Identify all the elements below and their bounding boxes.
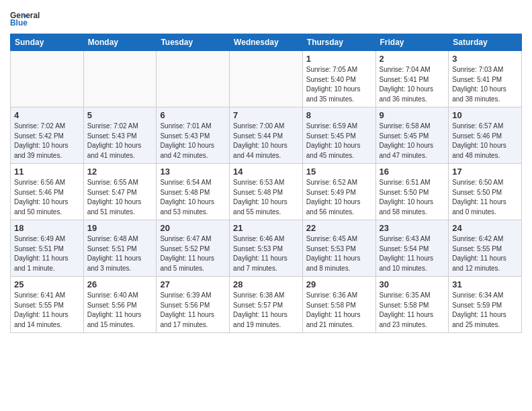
calendar-cell: 28Sunrise: 6:38 AM Sunset: 5:57 PM Dayli… xyxy=(230,277,303,333)
calendar-cell: 11Sunrise: 6:56 AM Sunset: 5:46 PM Dayli… xyxy=(11,164,84,220)
day-number: 23 xyxy=(380,223,445,233)
col-header-tuesday: Tuesday xyxy=(157,34,230,51)
calendar-cell xyxy=(230,51,303,107)
calendar-cell: 30Sunrise: 6:35 AM Sunset: 5:58 PM Dayli… xyxy=(375,277,449,333)
calendar-cell: 2Sunrise: 7:04 AM Sunset: 5:41 PM Daylig… xyxy=(375,51,449,107)
calendar-cell: 6Sunrise: 7:01 AM Sunset: 5:43 PM Daylig… xyxy=(157,107,230,164)
calendar-cell: 29Sunrise: 6:36 AM Sunset: 5:58 PM Dayli… xyxy=(302,277,375,333)
calendar-cell: 9Sunrise: 6:58 AM Sunset: 5:45 PM Daylig… xyxy=(375,107,449,164)
day-info: Sunrise: 6:41 AM Sunset: 5:55 PM Dayligh… xyxy=(14,291,80,330)
day-info: Sunrise: 6:57 AM Sunset: 5:46 PM Dayligh… xyxy=(452,122,518,161)
calendar-week-row: 1Sunrise: 7:05 AM Sunset: 5:40 PM Daylig… xyxy=(11,51,522,107)
calendar-cell: 25Sunrise: 6:41 AM Sunset: 5:55 PM Dayli… xyxy=(11,277,84,333)
calendar-cell: 27Sunrise: 6:39 AM Sunset: 5:56 PM Dayli… xyxy=(157,277,230,333)
calendar-cell: 8Sunrise: 6:59 AM Sunset: 5:45 PM Daylig… xyxy=(302,107,375,164)
day-info: Sunrise: 7:05 AM Sunset: 5:40 PM Dayligh… xyxy=(306,65,372,104)
day-info: Sunrise: 6:36 AM Sunset: 5:58 PM Dayligh… xyxy=(306,291,372,330)
day-info: Sunrise: 6:59 AM Sunset: 5:45 PM Dayligh… xyxy=(306,122,372,161)
day-number: 8 xyxy=(306,110,372,120)
day-info: Sunrise: 7:00 AM Sunset: 5:44 PM Dayligh… xyxy=(233,122,299,161)
calendar-cell: 7Sunrise: 7:00 AM Sunset: 5:44 PM Daylig… xyxy=(230,107,303,164)
col-header-sunday: Sunday xyxy=(11,34,84,51)
calendar-cell: 4Sunrise: 7:02 AM Sunset: 5:42 PM Daylig… xyxy=(11,107,84,164)
day-info: Sunrise: 6:38 AM Sunset: 5:57 PM Dayligh… xyxy=(233,291,299,330)
logo-icon: General Blue xyxy=(10,7,47,28)
calendar-week-row: 11Sunrise: 6:56 AM Sunset: 5:46 PM Dayli… xyxy=(11,164,522,220)
day-number: 15 xyxy=(306,167,372,177)
calendar-cell: 16Sunrise: 6:51 AM Sunset: 5:50 PM Dayli… xyxy=(375,164,449,220)
calendar-cell: 20Sunrise: 6:47 AM Sunset: 5:52 PM Dayli… xyxy=(157,220,230,277)
day-info: Sunrise: 7:02 AM Sunset: 5:42 PM Dayligh… xyxy=(14,122,80,161)
day-info: Sunrise: 6:43 AM Sunset: 5:54 PM Dayligh… xyxy=(380,234,445,273)
calendar-cell: 3Sunrise: 7:03 AM Sunset: 5:41 PM Daylig… xyxy=(449,51,522,107)
col-header-wednesday: Wednesday xyxy=(230,34,303,51)
day-info: Sunrise: 6:49 AM Sunset: 5:51 PM Dayligh… xyxy=(14,234,80,273)
day-info: Sunrise: 7:01 AM Sunset: 5:43 PM Dayligh… xyxy=(160,122,226,161)
day-info: Sunrise: 6:42 AM Sunset: 5:55 PM Dayligh… xyxy=(452,234,518,273)
col-header-thursday: Thursday xyxy=(302,34,375,51)
calendar-table: SundayMondayTuesdayWednesdayThursdayFrid… xyxy=(10,34,522,333)
day-number: 5 xyxy=(87,110,153,120)
calendar-week-row: 25Sunrise: 6:41 AM Sunset: 5:55 PM Dayli… xyxy=(11,277,522,333)
day-number: 29 xyxy=(306,279,372,289)
day-info: Sunrise: 6:54 AM Sunset: 5:48 PM Dayligh… xyxy=(160,178,226,217)
day-info: Sunrise: 6:51 AM Sunset: 5:50 PM Dayligh… xyxy=(380,178,445,217)
day-number: 14 xyxy=(233,167,299,177)
day-info: Sunrise: 6:55 AM Sunset: 5:47 PM Dayligh… xyxy=(87,178,153,217)
day-info: Sunrise: 7:04 AM Sunset: 5:41 PM Dayligh… xyxy=(380,65,445,104)
calendar-cell: 21Sunrise: 6:46 AM Sunset: 5:53 PM Dayli… xyxy=(230,220,303,277)
logo: General Blue xyxy=(10,7,47,28)
col-header-friday: Friday xyxy=(375,34,449,51)
day-number: 13 xyxy=(160,167,226,177)
day-number: 30 xyxy=(380,279,445,289)
calendar-cell: 17Sunrise: 6:50 AM Sunset: 5:50 PM Dayli… xyxy=(449,164,522,220)
day-number: 11 xyxy=(14,167,80,177)
day-info: Sunrise: 6:39 AM Sunset: 5:56 PM Dayligh… xyxy=(160,291,226,330)
calendar-cell: 23Sunrise: 6:43 AM Sunset: 5:54 PM Dayli… xyxy=(375,220,449,277)
page-header: General Blue xyxy=(10,7,522,28)
day-number: 19 xyxy=(87,223,153,233)
day-number: 18 xyxy=(14,223,80,233)
day-info: Sunrise: 6:40 AM Sunset: 5:56 PM Dayligh… xyxy=(87,291,153,330)
day-info: Sunrise: 6:53 AM Sunset: 5:48 PM Dayligh… xyxy=(233,178,299,217)
calendar-week-row: 18Sunrise: 6:49 AM Sunset: 5:51 PM Dayli… xyxy=(11,220,522,277)
calendar-cell: 12Sunrise: 6:55 AM Sunset: 5:47 PM Dayli… xyxy=(83,164,157,220)
calendar-cell xyxy=(11,51,84,107)
day-number: 24 xyxy=(452,223,518,233)
day-info: Sunrise: 6:50 AM Sunset: 5:50 PM Dayligh… xyxy=(452,178,518,217)
day-info: Sunrise: 6:52 AM Sunset: 5:49 PM Dayligh… xyxy=(306,178,372,217)
day-number: 7 xyxy=(233,110,299,120)
day-number: 27 xyxy=(160,279,226,289)
calendar-header-row: SundayMondayTuesdayWednesdayThursdayFrid… xyxy=(11,34,522,51)
day-number: 21 xyxy=(233,223,299,233)
day-number: 28 xyxy=(233,279,299,289)
calendar-cell: 22Sunrise: 6:45 AM Sunset: 5:53 PM Dayli… xyxy=(302,220,375,277)
day-number: 10 xyxy=(452,110,518,120)
day-number: 4 xyxy=(14,110,80,120)
day-info: Sunrise: 6:56 AM Sunset: 5:46 PM Dayligh… xyxy=(14,178,80,217)
col-header-monday: Monday xyxy=(83,34,157,51)
calendar-cell: 31Sunrise: 6:34 AM Sunset: 5:59 PM Dayli… xyxy=(449,277,522,333)
calendar-cell xyxy=(83,51,157,107)
calendar-cell: 18Sunrise: 6:49 AM Sunset: 5:51 PM Dayli… xyxy=(11,220,84,277)
day-number: 2 xyxy=(380,54,445,64)
calendar-cell: 14Sunrise: 6:53 AM Sunset: 5:48 PM Dayli… xyxy=(230,164,303,220)
calendar-cell: 5Sunrise: 7:02 AM Sunset: 5:43 PM Daylig… xyxy=(83,107,157,164)
day-info: Sunrise: 6:35 AM Sunset: 5:58 PM Dayligh… xyxy=(380,291,445,330)
calendar-cell: 10Sunrise: 6:57 AM Sunset: 5:46 PM Dayli… xyxy=(449,107,522,164)
day-number: 1 xyxy=(306,54,372,64)
day-info: Sunrise: 7:02 AM Sunset: 5:43 PM Dayligh… xyxy=(87,122,153,161)
day-info: Sunrise: 6:45 AM Sunset: 5:53 PM Dayligh… xyxy=(306,234,372,273)
day-info: Sunrise: 6:34 AM Sunset: 5:59 PM Dayligh… xyxy=(452,291,518,330)
day-info: Sunrise: 6:58 AM Sunset: 5:45 PM Dayligh… xyxy=(380,122,445,161)
day-info: Sunrise: 6:47 AM Sunset: 5:52 PM Dayligh… xyxy=(160,234,226,273)
day-number: 6 xyxy=(160,110,226,120)
calendar-cell: 15Sunrise: 6:52 AM Sunset: 5:49 PM Dayli… xyxy=(302,164,375,220)
day-info: Sunrise: 6:46 AM Sunset: 5:53 PM Dayligh… xyxy=(233,234,299,273)
calendar-cell: 1Sunrise: 7:05 AM Sunset: 5:40 PM Daylig… xyxy=(302,51,375,107)
day-number: 9 xyxy=(380,110,445,120)
calendar-cell: 24Sunrise: 6:42 AM Sunset: 5:55 PM Dayli… xyxy=(449,220,522,277)
day-number: 22 xyxy=(306,223,372,233)
day-number: 3 xyxy=(452,54,518,64)
day-info: Sunrise: 6:48 AM Sunset: 5:51 PM Dayligh… xyxy=(87,234,153,273)
